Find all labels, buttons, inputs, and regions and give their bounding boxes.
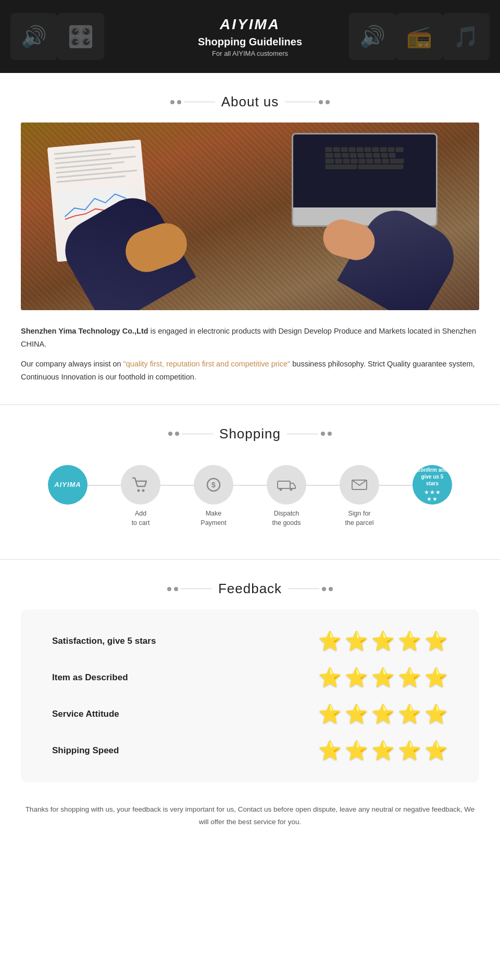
- star-sh5: ⭐: [424, 740, 448, 762]
- feedback-dot-left-2: [174, 587, 178, 591]
- svg-rect-29: [326, 165, 357, 169]
- svg-rect-17: [373, 153, 380, 157]
- svg-point-33: [142, 489, 145, 492]
- header-icon-1: 🔊: [10, 13, 57, 60]
- svg-rect-3: [341, 148, 347, 152]
- step-add-cart: Addto cart: [104, 465, 177, 529]
- about-image: [21, 123, 479, 310]
- shopping-dot-left-2: [175, 432, 179, 436]
- step-circle-dispatch: [267, 465, 306, 505]
- line-left: [184, 102, 215, 102]
- star-d3: ⭐: [371, 667, 395, 689]
- shopping-section-title: Shopping: [219, 426, 281, 442]
- feedback-row-described: Item as Described ⭐ ⭐ ⭐ ⭐ ⭐: [52, 667, 448, 689]
- svg-rect-2: [333, 148, 340, 152]
- svg-point-38: [290, 488, 293, 491]
- svg-rect-20: [326, 159, 334, 163]
- star-sh3: ⭐: [371, 740, 395, 762]
- payment-icon: $: [206, 477, 221, 493]
- confirm-text: Confirm andgive us 5 stars: [416, 467, 449, 487]
- feedback-title-dots-left: [167, 587, 212, 591]
- step-payment: $ MakePayment: [177, 465, 250, 529]
- step-circle-sign: [340, 465, 379, 505]
- line-right: [285, 102, 316, 102]
- svg-point-37: [280, 488, 282, 491]
- company-name: Shenzhen Yima Technology Co.,Ltd: [21, 327, 148, 335]
- footer-paragraph: Thanks for shopping with us, your feedba…: [21, 803, 479, 829]
- step-label-dispatch: Dispatchthe goods: [272, 509, 301, 529]
- star-d1: ⭐: [318, 667, 342, 689]
- svg-rect-26: [374, 159, 381, 163]
- shopping-line-right: [287, 434, 318, 434]
- star-sh1: ⭐: [318, 740, 342, 762]
- feedback-row-service: Service Attitude ⭐ ⭐ ⭐ ⭐ ⭐: [52, 703, 448, 725]
- about-title-dots-left: [170, 100, 215, 104]
- about-title-dots-right: [285, 100, 330, 104]
- svg-rect-9: [388, 148, 394, 152]
- shopping-dot-right-2: [328, 432, 332, 436]
- feedback-line-right: [288, 589, 319, 589]
- svg-rect-18: [381, 153, 388, 157]
- feedback-row-shipping: Shipping Speed ⭐ ⭐ ⭐ ⭐ ⭐: [52, 740, 448, 762]
- dispatch-icon: [277, 477, 296, 493]
- star-2: ⭐: [345, 630, 368, 652]
- svg-rect-8: [380, 148, 386, 152]
- feedback-label-service: Service Attitude: [52, 709, 119, 719]
- svg-point-32: [138, 489, 140, 492]
- stars-satisfaction: ⭐ ⭐ ⭐ ⭐ ⭐: [318, 630, 448, 652]
- confirm-stars: ★★★★★: [424, 489, 441, 503]
- star-d5: ⭐: [424, 667, 448, 689]
- svg-rect-6: [365, 148, 371, 152]
- feedback-dot-left-1: [167, 587, 171, 591]
- dot-right-1: [319, 100, 323, 104]
- step-circle-confirm: Confirm andgive us 5 stars ★★★★★: [413, 465, 452, 505]
- stars-shipping: ⭐ ⭐ ⭐ ⭐ ⭐: [318, 740, 448, 762]
- step-label-payment: MakePayment: [201, 509, 226, 529]
- svg-rect-16: [366, 153, 372, 157]
- header-content: AIYIMA Shopping Guidelines For all AIYIM…: [198, 16, 302, 57]
- feedback-card: Satisfaction, give 5 stars ⭐ ⭐ ⭐ ⭐ ⭐ Ite…: [21, 609, 479, 782]
- feedback-title-dots-right: [288, 587, 333, 591]
- about-paragraph-1: Shenzhen Yima Technology Co.,Ltd is enga…: [21, 325, 479, 350]
- feedback-dot-right-2: [329, 587, 333, 591]
- cart-icon: [132, 477, 149, 493]
- svg-rect-11: [326, 153, 333, 157]
- page-title: Shopping Guidelines: [198, 36, 302, 48]
- about-text-block: Shenzhen Yima Technology Co.,Ltd is enga…: [21, 325, 479, 384]
- star-s3: ⭐: [371, 703, 395, 725]
- dot-left-1: [170, 100, 174, 104]
- header-icon-3: 🔊: [349, 13, 396, 60]
- feedback-section-title: Feedback: [218, 581, 282, 597]
- shopping-dot-right-1: [321, 432, 325, 436]
- feedback-section-header: Feedback: [0, 581, 500, 597]
- feedback-dot-right-1: [322, 587, 326, 591]
- shopping-steps: AIYIMA Addto cart $ MakePayment: [0, 455, 500, 539]
- svg-rect-19: [389, 153, 395, 157]
- about-para2-prefix: Our company always insist on: [21, 360, 123, 368]
- star-d2: ⭐: [345, 667, 368, 689]
- svg-text:$: $: [211, 481, 216, 489]
- svg-rect-14: [350, 153, 356, 157]
- feedback-row-satisfaction: Satisfaction, give 5 stars ⭐ ⭐ ⭐ ⭐ ⭐: [52, 630, 448, 652]
- svg-rect-15: [358, 153, 364, 157]
- step-label-cart: Addto cart: [132, 509, 150, 529]
- about-section-header: About us: [0, 94, 500, 110]
- step-circle-cart: [121, 465, 160, 505]
- footer-text: Thanks for shopping with us, your feedba…: [21, 803, 479, 829]
- envelope-icon: [351, 478, 368, 492]
- svg-rect-12: [334, 153, 341, 157]
- svg-rect-5: [357, 148, 363, 152]
- star-s4: ⭐: [398, 703, 421, 725]
- svg-rect-36: [278, 481, 290, 488]
- keyboard-svg: [323, 145, 406, 197]
- shopping-line-left: [182, 434, 213, 434]
- about-paragraph-2: Our company always insist on "quality fi…: [21, 358, 479, 383]
- header-icon-5: 🎵: [443, 13, 490, 60]
- star-sh4: ⭐: [398, 740, 421, 762]
- divider-2: [0, 559, 500, 560]
- svg-rect-23: [351, 159, 357, 163]
- star-s2: ⭐: [345, 703, 368, 725]
- step-circle-payment: $: [194, 465, 233, 505]
- svg-rect-13: [342, 153, 348, 157]
- svg-rect-21: [335, 159, 342, 163]
